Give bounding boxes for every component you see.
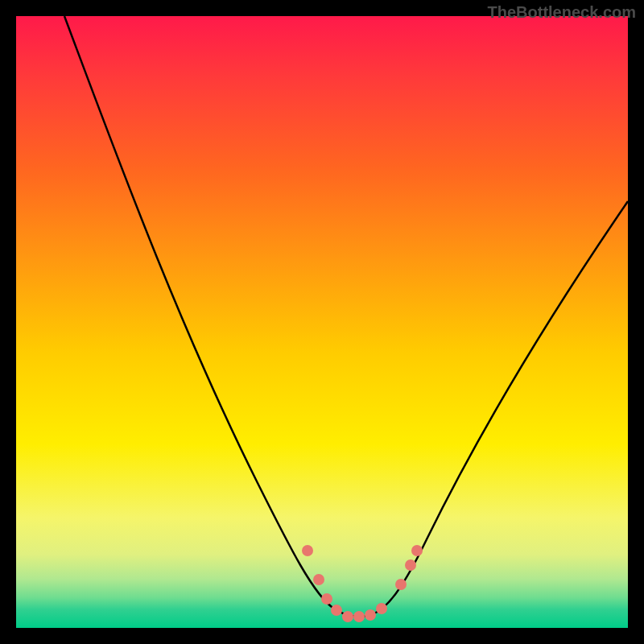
chart-plot-area [16,16,628,628]
bottleneck-chart-svg [16,16,628,628]
curve-marker [365,609,376,621]
bottleneck-curve [64,16,628,617]
watermark-text: TheBottleneck.com [488,3,636,22]
curve-marker [321,593,332,605]
curve-marker [411,545,423,556]
curve-marker [395,579,407,590]
curve-marker [376,603,387,614]
curve-marker [302,545,313,556]
curve-marker [353,611,365,622]
curve-marker [342,611,353,622]
curve-marker [405,559,416,571]
curve-marker [331,605,342,616]
curve-marker [313,574,324,585]
